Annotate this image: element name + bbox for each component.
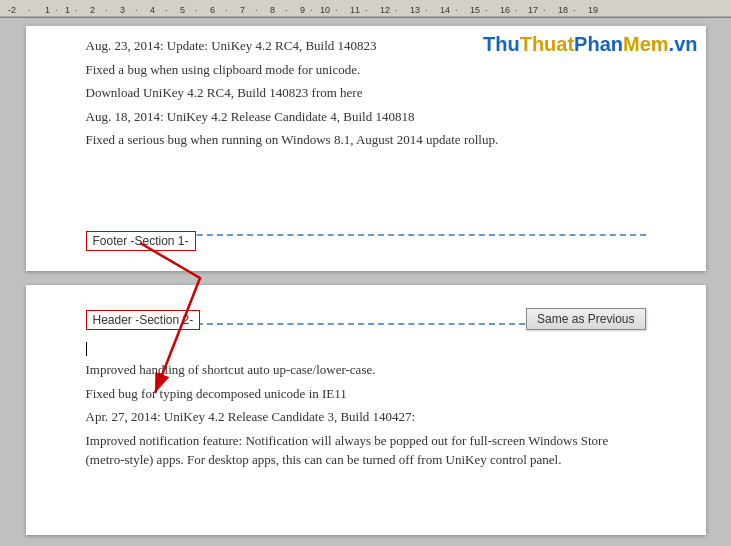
svg-text:18: 18 bbox=[558, 5, 568, 15]
svg-text:10: 10 bbox=[320, 5, 330, 15]
svg-text:14: 14 bbox=[440, 5, 450, 15]
svg-text:13: 13 bbox=[410, 5, 420, 15]
svg-text:·: · bbox=[285, 5, 288, 15]
svg-text:·: · bbox=[425, 5, 428, 15]
svg-text:-2: -2 bbox=[8, 5, 16, 15]
svg-text:19: 19 bbox=[588, 5, 598, 15]
svg-text:15: 15 bbox=[470, 5, 480, 15]
section1-line-5: Fixed a serious bug when running on Wind… bbox=[86, 130, 646, 150]
svg-text:3: 3 bbox=[120, 5, 125, 15]
watermark-thuat: Thuat bbox=[520, 33, 574, 55]
watermark: ThuThuatPhanMem.vn bbox=[483, 34, 697, 54]
svg-text:9: 9 bbox=[300, 5, 305, 15]
svg-text:4: 4 bbox=[150, 5, 155, 15]
svg-text:17: 17 bbox=[528, 5, 538, 15]
svg-text:5: 5 bbox=[180, 5, 185, 15]
svg-text:·: · bbox=[225, 5, 228, 15]
svg-text:16: 16 bbox=[500, 5, 510, 15]
svg-text:·: · bbox=[28, 5, 31, 15]
svg-text:8: 8 bbox=[270, 5, 275, 15]
header-section2-label: Header -Section 2- bbox=[86, 310, 201, 330]
section1-line-3: Download UniKey 4.2 RC4, Build 140823 fr… bbox=[86, 83, 646, 103]
svg-text:·: · bbox=[395, 5, 398, 15]
svg-text:·: · bbox=[105, 5, 108, 15]
svg-text:1: 1 bbox=[65, 5, 70, 15]
document-area: ThuThuatPhanMem.vn Aug. 23, 2014: Update… bbox=[0, 18, 731, 546]
svg-text:2: 2 bbox=[90, 5, 95, 15]
svg-text:·: · bbox=[455, 5, 458, 15]
svg-text:·: · bbox=[515, 5, 518, 15]
ruler: // Will be done inline via repeating pat… bbox=[0, 0, 731, 18]
svg-text:7: 7 bbox=[240, 5, 245, 15]
svg-text:·: · bbox=[543, 5, 546, 15]
svg-text:·: · bbox=[310, 5, 313, 15]
svg-text:·: · bbox=[135, 5, 138, 15]
watermark-phan: Phan bbox=[574, 33, 623, 55]
svg-text:6: 6 bbox=[210, 5, 215, 15]
section2-line-4: Improved notification feature: Notificat… bbox=[86, 431, 646, 470]
section2-line-1: Improved handling of shortcut auto up-ca… bbox=[86, 360, 646, 380]
section1-line-2: Fixed a bug when using clipboard mode fo… bbox=[86, 60, 646, 80]
svg-text:·: · bbox=[55, 5, 58, 15]
svg-text:·: · bbox=[195, 5, 198, 15]
svg-text:·: · bbox=[75, 5, 78, 15]
watermark-thu: Thu bbox=[483, 33, 520, 55]
same-as-previous-button[interactable]: Same as Previous bbox=[526, 308, 645, 330]
footer-section1-label: Footer -Section 1- bbox=[86, 231, 196, 251]
section2-line-3: Apr. 27, 2014: UniKey 4.2 Release Candid… bbox=[86, 407, 646, 427]
watermark-vn: vn bbox=[674, 33, 697, 55]
svg-text:·: · bbox=[165, 5, 168, 15]
section2-line-2: Fixed bug for typing decomposed unicode … bbox=[86, 384, 646, 404]
svg-text:11: 11 bbox=[350, 5, 360, 15]
watermark-mem: Mem bbox=[623, 33, 669, 55]
svg-text:12: 12 bbox=[380, 5, 390, 15]
svg-text:·: · bbox=[485, 5, 488, 15]
svg-text:·: · bbox=[255, 5, 258, 15]
text-cursor bbox=[86, 340, 646, 356]
svg-text:·: · bbox=[365, 5, 368, 15]
svg-text:·: · bbox=[335, 5, 338, 15]
svg-text:1: 1 bbox=[45, 5, 50, 15]
section1-line-4: Aug. 18, 2014: UniKey 4.2 Release Candid… bbox=[86, 107, 646, 127]
svg-text:·: · bbox=[573, 5, 576, 15]
